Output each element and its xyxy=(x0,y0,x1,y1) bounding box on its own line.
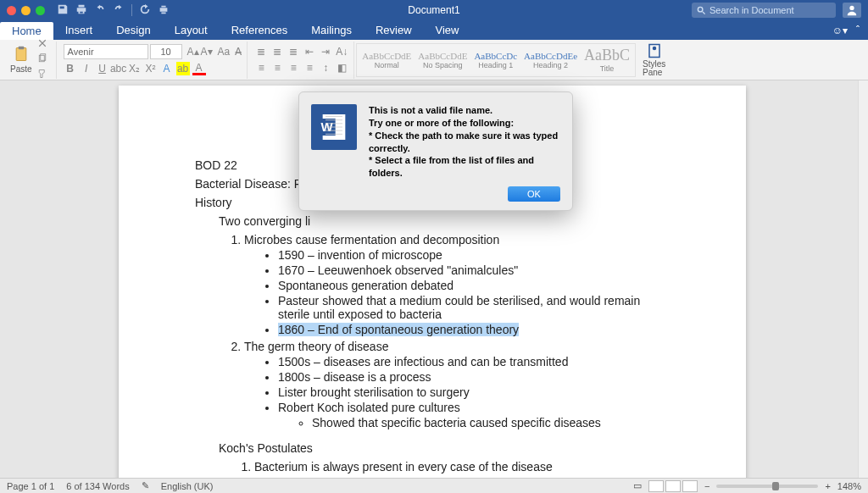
italic-button[interactable]: I xyxy=(80,62,93,75)
spellcheck-icon[interactable]: ✎ xyxy=(142,480,149,491)
styles-pane-icon xyxy=(647,43,662,58)
list-item: Microbes cause fermentation and decompos… xyxy=(244,233,670,336)
increase-indent-icon[interactable]: ⇥ xyxy=(319,45,332,58)
styles-pane-button[interactable]: Styles Pane xyxy=(643,43,665,77)
svg-text:W: W xyxy=(321,119,334,134)
style-heading-1[interactable]: AaBbCcDcHeading 1 xyxy=(474,51,517,69)
superscript-button[interactable]: X² xyxy=(144,62,158,75)
maximize-window-button[interactable] xyxy=(36,6,45,15)
align-left-icon[interactable]: ≡ xyxy=(254,61,268,75)
zoom-slider[interactable] xyxy=(716,485,818,488)
quick-print-icon[interactable] xyxy=(158,3,170,18)
quick-access-toolbar xyxy=(57,3,170,18)
zoom-level[interactable]: 148% xyxy=(837,481,861,491)
list-item: The germ theory of disease 1500s – disea… xyxy=(244,340,670,429)
highlighted-text: 1860 – End of spontaneous generation the… xyxy=(278,323,519,336)
cut-icon[interactable] xyxy=(37,38,47,51)
tab-home[interactable]: Home xyxy=(0,22,53,40)
tab-view[interactable]: View xyxy=(424,20,471,40)
copy-icon[interactable] xyxy=(37,53,47,66)
tab-references[interactable]: References xyxy=(220,20,299,40)
status-bar: Page 1 of 1 6 of 134 Words ✎ English (UK… xyxy=(0,478,868,493)
style-title[interactable]: AaBbCTitle xyxy=(584,47,630,73)
text-effects-button[interactable]: A xyxy=(160,62,174,75)
highlight-button[interactable]: ab xyxy=(176,62,190,75)
subscript-button[interactable]: X₂ xyxy=(128,62,142,75)
tab-review[interactable]: Review xyxy=(364,20,424,40)
clear-format-icon[interactable]: A̶ xyxy=(235,46,242,58)
search-input[interactable]: Search in Document xyxy=(692,3,836,18)
bold-button[interactable]: B xyxy=(64,62,77,75)
tab-design[interactable]: Design xyxy=(104,20,162,40)
svg-rect-2 xyxy=(16,48,26,61)
error-dialog: W This is not a valid file name. Try one… xyxy=(298,91,573,211)
tab-layout[interactable]: Layout xyxy=(163,20,220,40)
numbering-icon[interactable]: ≣ xyxy=(270,45,284,58)
change-case-icon[interactable]: Aa xyxy=(218,46,231,58)
list-item: Lister brought sterilisation to surgery xyxy=(278,385,670,399)
paste-button[interactable]: Paste xyxy=(10,46,32,74)
ribbon: Paste Avenir A▴ A▾ Aa A̶ B I U abc X₂ X²… xyxy=(0,40,868,80)
close-window-button[interactable] xyxy=(7,6,16,15)
zoom-in-button[interactable]: + xyxy=(825,481,830,491)
font-color-button[interactable]: A xyxy=(192,62,206,75)
title-bar: Document1 Search in Document xyxy=(0,0,868,20)
paste-label: Paste xyxy=(10,64,32,74)
print-icon[interactable] xyxy=(75,3,87,18)
save-icon[interactable] xyxy=(57,3,69,18)
shading-icon[interactable]: ◧ xyxy=(335,61,348,75)
style-normal[interactable]: AaBbCcDdENormal xyxy=(362,51,411,69)
multilevel-icon[interactable]: ≣ xyxy=(287,45,300,58)
vertical-scrollbar[interactable] xyxy=(858,80,868,478)
redo-icon[interactable] xyxy=(113,3,125,18)
font-name-dropdown[interactable]: Avenir xyxy=(64,44,148,59)
font-size-input[interactable] xyxy=(150,44,182,59)
document-title: Document1 xyxy=(408,4,459,16)
decrease-indent-icon[interactable]: ⇤ xyxy=(303,45,316,58)
list-item: 1860 – End of spontaneous generation the… xyxy=(278,323,670,336)
styles-gallery[interactable]: AaBbCcDdENormal AaBbCcDdENo Spacing AaBb… xyxy=(356,43,636,77)
search-icon xyxy=(697,6,706,15)
decrease-font-icon[interactable]: A▾ xyxy=(201,46,213,58)
bullets-icon[interactable]: ≣ xyxy=(254,45,268,58)
word-icon: W xyxy=(311,104,357,150)
help-icon[interactable]: ☺▾ xyxy=(832,25,848,36)
tab-mailings[interactable]: Mailings xyxy=(299,20,364,40)
styles-pane-label: Styles Pane xyxy=(643,60,665,77)
underline-button[interactable]: U xyxy=(96,62,109,75)
style-heading-2[interactable]: AaBbCcDdEeHeading 2 xyxy=(524,51,577,69)
sort-icon[interactable]: A↓ xyxy=(335,45,348,58)
account-icon[interactable] xyxy=(843,3,861,18)
page-count[interactable]: Page 1 of 1 xyxy=(7,481,54,491)
minimize-window-button[interactable] xyxy=(21,6,31,15)
word-count[interactable]: 6 of 134 Words xyxy=(66,481,129,491)
svg-point-7 xyxy=(652,46,656,50)
strikethrough-button[interactable]: abc xyxy=(112,62,125,75)
list-item: Bacterium is always present in every cas… xyxy=(254,460,670,474)
justify-icon[interactable]: ≡ xyxy=(303,61,316,75)
language-indicator[interactable]: English (UK) xyxy=(161,481,214,491)
focus-mode-icon[interactable]: ▭ xyxy=(633,480,642,491)
tab-insert[interactable]: Insert xyxy=(53,20,105,40)
search-placeholder: Search in Document xyxy=(709,5,794,15)
list-item: Showed that specific bacteria caused spe… xyxy=(312,416,670,429)
ok-button[interactable]: OK xyxy=(508,186,560,202)
increase-font-icon[interactable]: A▴ xyxy=(187,46,199,58)
format-painter-icon[interactable] xyxy=(37,69,47,81)
zoom-out-button[interactable]: − xyxy=(704,481,709,491)
list-item: Spontaneous generation debated xyxy=(278,279,670,292)
list-item: Pasteur showed that a medium could be st… xyxy=(278,294,670,321)
align-right-icon[interactable]: ≡ xyxy=(287,61,300,75)
align-center-icon[interactable]: ≡ xyxy=(270,61,284,75)
style-no-spacing[interactable]: AaBbCcDdENo Spacing xyxy=(418,51,467,69)
repeat-icon[interactable] xyxy=(139,3,151,18)
line-spacing-icon[interactable]: ↕ xyxy=(319,61,332,75)
outline-view[interactable] xyxy=(682,480,698,492)
collapse-ribbon-icon[interactable]: ˆ xyxy=(856,25,860,36)
list-item: 1500s – diseases are infectious and can … xyxy=(278,355,670,368)
web-layout-view[interactable] xyxy=(665,480,681,492)
print-layout-view[interactable] xyxy=(648,480,664,492)
ribbon-tabs: Home Insert Design Layout References Mai… xyxy=(0,20,868,40)
svg-point-1 xyxy=(849,6,854,10)
undo-icon[interactable] xyxy=(94,3,106,18)
